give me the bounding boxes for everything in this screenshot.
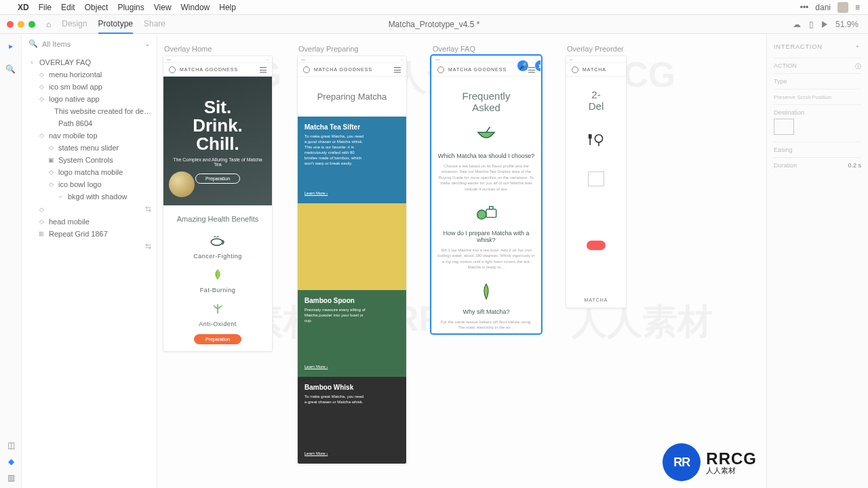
- layer-tree[interactable]: ‹OVERLAY FAQ◇menu horizontal◇ico sm bowl…: [22, 54, 157, 253]
- watermark-logo: RR RRCG人人素材: [663, 443, 757, 481]
- plugins-panel-icon[interactable]: ▥: [7, 473, 15, 483]
- filter-label[interactable]: All Items: [42, 40, 71, 48]
- hamburger-icon: [394, 67, 401, 73]
- menu-object[interactable]: Object: [85, 3, 108, 12]
- faq-item: How do I prepare Matcha with a whisk? Si…: [432, 195, 540, 273]
- play-icon[interactable]: [822, 21, 827, 28]
- page-heading: 2-Del: [566, 77, 626, 116]
- search-icon[interactable]: 🔍: [28, 39, 38, 48]
- flow-handle-icon[interactable]: ➤: [535, 60, 541, 71]
- svg-point-4: [595, 135, 602, 142]
- layers-icon[interactable]: ◆: [8, 457, 14, 466]
- destination-thumb[interactable]: [774, 119, 794, 135]
- layer-row[interactable]: ◇ico bowl logo: [23, 178, 157, 190]
- pointer-tool-icon[interactable]: ▸: [5, 41, 16, 52]
- tab-design[interactable]: Design: [62, 15, 87, 34]
- home-icon[interactable]: ⌂: [42, 20, 55, 29]
- username: dani: [815, 3, 831, 12]
- layer-row[interactable]: ◇menu horizontal: [23, 68, 157, 81]
- hamburger-icon: [528, 67, 535, 73]
- artboard-preparing[interactable]: Overlay Preparing •••○ MATCHA GOODNESS P…: [297, 45, 407, 477]
- voice-trigger-icon[interactable]: 🎤: [517, 60, 528, 71]
- document-title: Matcha_Prototype_v4.5 *: [389, 20, 480, 29]
- app-toolbar: ⌂ Design Prototype Share Matcha_Prototyp…: [0, 15, 868, 34]
- menu-window[interactable]: Window: [181, 3, 210, 12]
- tab-share[interactable]: Share: [144, 15, 165, 34]
- bowl-icon: [169, 66, 176, 73]
- hamburger-icon: [260, 67, 267, 73]
- benefit-item: Fat-Burning: [163, 261, 272, 295]
- canvas[interactable]: RRCG人人素材RRCG人人素材RRCG人人素材 Overlay Home ••…: [157, 34, 766, 488]
- layer-row[interactable]: ‹OVERLAY FAQ: [23, 56, 157, 68]
- bowl-icon: [572, 66, 578, 73]
- brand-text: MATCHA GOODNESS: [448, 67, 507, 72]
- more-icon[interactable]: •••: [800, 3, 809, 12]
- menu-extra-icon[interactable]: ≡: [855, 3, 860, 12]
- benefit-item: Cancer-Fighting: [163, 227, 272, 261]
- layer-row[interactable]: ◇nav mobile top: [23, 129, 157, 142]
- benefits-heading: Amazing Health Benefits: [163, 205, 272, 227]
- cutlery-icon: [566, 116, 626, 151]
- add-interaction-icon[interactable]: ＋: [854, 42, 861, 51]
- layer-row[interactable]: ◇logo matcha mobile: [23, 166, 157, 178]
- toggle-icon: [587, 241, 606, 250]
- zoom-tool-icon[interactable]: 🔍: [5, 64, 16, 75]
- tool-strip: ▸ 🔍 ◫ ◆ ▥: [0, 34, 22, 488]
- benefit-item: Anti-Oxident: [163, 295, 272, 329]
- menu-file[interactable]: File: [39, 3, 52, 12]
- layer-row[interactable]: ◇head mobile: [23, 216, 157, 228]
- brand-text: MATCHA: [583, 67, 606, 72]
- info-card: Bamboo Spoon Precisely measure every sif…: [298, 290, 406, 377]
- page-heading: FrequentlyAsked: [432, 77, 540, 117]
- mobile-preview-icon[interactable]: ▯: [809, 20, 814, 29]
- info-card: [298, 203, 406, 290]
- chevron-down-icon[interactable]: ⌄: [144, 40, 150, 47]
- avatar[interactable]: [837, 2, 848, 13]
- logo-badge: RR: [663, 443, 701, 481]
- faq-item: Which Matcha tea should I choose? Choose…: [432, 117, 540, 195]
- layer-row[interactable]: –bkgd with shadow: [23, 190, 157, 203]
- layer-row[interactable]: Path 8604: [23, 117, 157, 129]
- traffic-lights[interactable]: [0, 21, 42, 28]
- bottom-cta-button: Preparation: [194, 334, 241, 344]
- libraries-icon[interactable]: ◫: [7, 441, 15, 450]
- faq-item: Why sift Matcha? For the same reason bak…: [432, 273, 540, 333]
- layer-row[interactable]: ▣System Controls: [23, 154, 157, 166]
- artboard-label[interactable]: Overlay Preparing: [298, 45, 359, 53]
- layer-row[interactable]: ◇logo native app: [23, 93, 157, 105]
- menu-plugins[interactable]: Plugins: [117, 3, 144, 12]
- app-name[interactable]: XD: [18, 3, 29, 12]
- svg-rect-3: [490, 207, 493, 209]
- layer-row[interactable]: ◇⇆: [23, 203, 157, 216]
- interaction-panel: INTERACTION＋ ACTION ⓘ Type Preserve Scro…: [766, 34, 868, 488]
- footer-brand: MATCHA: [566, 250, 626, 308]
- info-card: Bamboo Whisk To make great Matcha, you n…: [298, 377, 406, 464]
- page-heading: Preparing Matcha: [298, 77, 406, 117]
- cloud-icon[interactable]: ☁: [793, 20, 801, 29]
- zoom-level[interactable]: 51.9%: [835, 20, 859, 29]
- max-dot[interactable]: [28, 21, 35, 28]
- layer-row[interactable]: ◇ico sm bowl app: [23, 81, 157, 93]
- menu-help[interactable]: Help: [219, 3, 236, 12]
- close-dot[interactable]: [7, 21, 14, 28]
- artboard-label[interactable]: Overlay FAQ: [433, 45, 475, 53]
- artboard-label[interactable]: Overlay Home: [164, 45, 212, 53]
- svg-rect-2: [486, 209, 496, 218]
- min-dot[interactable]: [18, 21, 24, 28]
- tab-prototype[interactable]: Prototype: [98, 15, 133, 34]
- menu-edit[interactable]: Edit: [61, 3, 75, 12]
- layer-row[interactable]: ⇆: [23, 240, 157, 253]
- macos-menubar: XD File Edit Object Plugins View Window …: [0, 0, 868, 15]
- artboard-preorder[interactable]: Overlay Preorder •• MATCHA 2-Del MATCHA: [566, 45, 627, 477]
- layer-row[interactable]: ◇states menu slider: [23, 142, 157, 154]
- menu-view[interactable]: View: [154, 3, 172, 12]
- artboard-faq[interactable]: Overlay FAQ 🎤 ➤ •••○ MATCHA GOODNESS Fre…: [431, 45, 541, 477]
- artboard-home[interactable]: Overlay Home •••○ MATCHA GOODNESS Sit.Dr…: [163, 45, 273, 477]
- artboard-label[interactable]: Overlay Preorder: [567, 45, 624, 53]
- layer-row[interactable]: ⊞Repeat Grid 1867: [23, 228, 157, 240]
- svg-point-1: [477, 210, 486, 219]
- brand-text: MATCHA GOODNESS: [314, 67, 372, 72]
- info-icon[interactable]: ⓘ: [855, 62, 861, 71]
- layer-row[interactable]: This website created for de…: [23, 105, 157, 117]
- hero: Sit.Drink.Chill. The Complex and Allurin…: [163, 77, 272, 205]
